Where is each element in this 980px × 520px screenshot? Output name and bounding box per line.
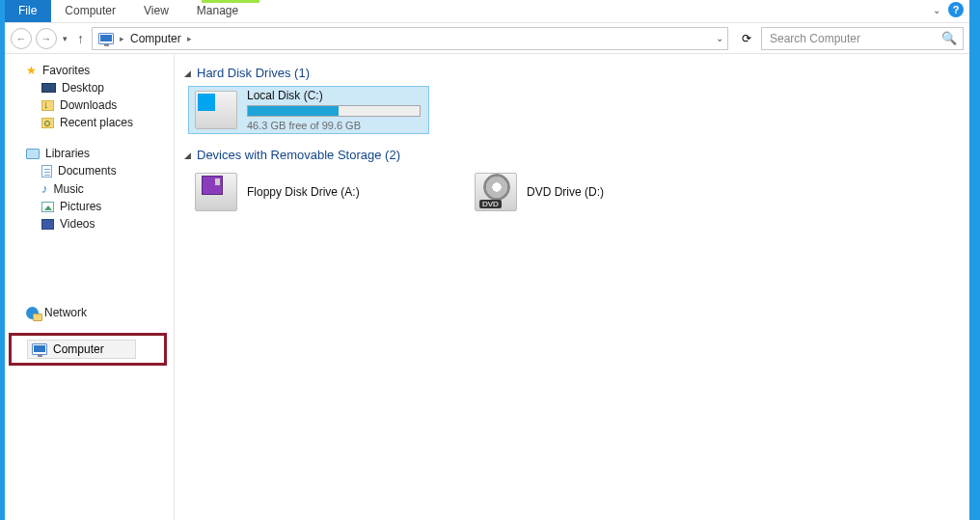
desktop-icon: [41, 83, 56, 93]
tools-context-highlight: [202, 0, 259, 3]
drive-free-text: 46.3 GB free of 99.6 GB: [247, 120, 422, 131]
tree-item-downloads[interactable]: Downloads: [5, 96, 174, 114]
tree-item-network[interactable]: Network: [5, 304, 174, 321]
section-title: Hard Disk Drives (1): [197, 66, 310, 80]
ribbon-tab-computer[interactable]: Computer: [51, 0, 130, 22]
section-header-drives[interactable]: ◢ Hard Disk Drives (1): [184, 66, 960, 80]
tree-head-libraries[interactable]: Libraries: [5, 145, 174, 162]
tree-item-label: Music: [54, 182, 84, 196]
tree-group-network: Network: [5, 304, 174, 321]
annotation-highlight: Computer: [9, 333, 167, 366]
nav-forward-button[interactable]: →: [36, 28, 57, 49]
section-header-removable[interactable]: ◢ Devices with Removable Storage (2): [184, 148, 960, 162]
removable-list: Floppy Disk Drive (A:) DVD DVD Drive (D:…: [188, 168, 960, 216]
device-name: DVD Drive (D:): [527, 185, 604, 199]
help-icon[interactable]: ?: [948, 2, 964, 17]
ribbon-tab-file[interactable]: File: [5, 0, 51, 22]
collapse-icon[interactable]: ◢: [184, 68, 191, 78]
floppy-drive-icon: [195, 173, 237, 211]
drive-tile-local-c[interactable]: Local Disk (C:) 46.3 GB free of 99.6 GB: [188, 86, 429, 134]
drive-usage-bar: [247, 105, 421, 117]
ribbon-tab-view[interactable]: View: [130, 0, 183, 22]
computer-icon: [32, 343, 47, 355]
ribbon: File Computer View Manage ⌄ ?: [5, 0, 969, 23]
device-tile-floppy-a[interactable]: Floppy Disk Drive (A:): [188, 168, 429, 216]
nav-history-dropdown[interactable]: ▾: [61, 34, 69, 43]
tree-item-videos[interactable]: Videos: [5, 215, 174, 233]
nav-back-button[interactable]: ←: [11, 28, 32, 49]
star-icon: ★: [26, 64, 37, 77]
favorites-label: Favorites: [42, 64, 90, 77]
hard-disk-icon: [195, 91, 237, 129]
ribbon-expand-icon[interactable]: ⌄: [933, 5, 940, 15]
floppy-disk-icon: [202, 176, 223, 195]
computer-icon: [98, 33, 114, 44]
search-box[interactable]: 🔍: [761, 27, 964, 50]
address-dropdown-icon[interactable]: ⌄: [716, 33, 723, 43]
network-icon: [26, 307, 39, 319]
tree-item-desktop[interactable]: Desktop: [5, 79, 174, 96]
collapse-icon[interactable]: ◢: [184, 151, 191, 160]
address-bar[interactable]: ▸ Computer ▸ ⌄: [92, 27, 728, 50]
tree-head-favorites[interactable]: ★ Favorites: [5, 62, 174, 79]
tree-item-label: Pictures: [60, 200, 101, 213]
tree-item-label: Downloads: [60, 98, 117, 112]
libraries-icon: [26, 149, 40, 159]
pictures-icon: [41, 202, 54, 212]
nav-up-button[interactable]: ↑: [73, 31, 88, 46]
tree-item-label: Recent places: [60, 116, 133, 129]
documents-icon: [41, 165, 52, 178]
tree-item-label: Videos: [60, 217, 95, 231]
device-tile-dvd-d[interactable]: DVD DVD Drive (D:): [468, 168, 709, 216]
tree-item-label: Computer: [53, 342, 104, 356]
device-name: Floppy Disk Drive (A:): [247, 185, 360, 199]
breadcrumb-sep-icon[interactable]: ▸: [187, 34, 192, 43]
tree-item-music[interactable]: ♪ Music: [5, 179, 174, 198]
drives-list: Local Disk (C:) 46.3 GB free of 99.6 GB: [188, 86, 960, 134]
music-icon: ♪: [41, 181, 48, 196]
tree-item-pictures[interactable]: Pictures: [5, 198, 174, 215]
dvd-badge-icon: DVD: [479, 200, 502, 208]
dvd-drive-icon: DVD: [475, 173, 517, 211]
tree-item-documents[interactable]: Documents: [5, 162, 174, 179]
drive-name: Local Disk (C:): [247, 89, 422, 102]
section-title: Devices with Removable Storage (2): [197, 148, 400, 162]
recent-icon: [41, 118, 54, 128]
explorer-window: File Computer View Manage ⌄ ? ← → ▾ ↑ ▸ …: [5, 0, 969, 520]
tree-item-recent[interactable]: Recent places: [5, 114, 174, 131]
libraries-label: Libraries: [45, 147, 90, 160]
search-icon: 🔍: [941, 31, 957, 45]
windows-logo-icon: [198, 94, 215, 111]
breadcrumb-sep-icon[interactable]: ▸: [120, 34, 124, 43]
tree-item-label: Documents: [58, 164, 117, 178]
tree-item-label: Network: [44, 306, 87, 319]
nav-pane: ★ Favorites Desktop Downloads Recent pla…: [5, 54, 175, 520]
videos-icon: [41, 219, 54, 230]
tree-group-favorites: ★ Favorites Desktop Downloads Recent pla…: [5, 62, 174, 131]
disc-icon: [483, 174, 510, 201]
breadcrumb-root[interactable]: Computer: [130, 32, 181, 45]
nav-bar: ← → ▾ ↑ ▸ Computer ▸ ⌄ ⟳ 🔍: [5, 23, 969, 54]
downloads-icon: [41, 100, 54, 111]
ribbon-tab-manage[interactable]: Manage: [183, 0, 253, 22]
refresh-button[interactable]: ⟳: [736, 28, 757, 49]
tree-item-label: Desktop: [62, 81, 104, 95]
content-pane: ◢ Hard Disk Drives (1) Local Disk (C:) 4…: [175, 54, 969, 520]
search-input[interactable]: [768, 31, 922, 46]
drive-info: Local Disk (C:) 46.3 GB free of 99.6 GB: [247, 89, 422, 131]
tree-item-computer[interactable]: Computer: [27, 340, 136, 359]
tree-group-libraries: Libraries Documents ♪ Music Pictures Vid…: [5, 145, 174, 233]
drive-usage-fill: [248, 106, 339, 116]
